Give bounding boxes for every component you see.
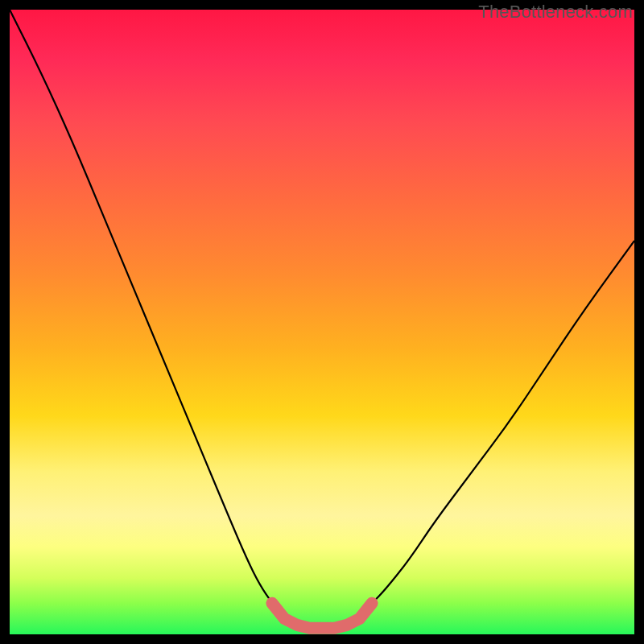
chart-frame: TheBottleneck.com — [0, 0, 644, 644]
trough-highlight — [272, 603, 372, 628]
watermark-text: TheBottleneck.com — [478, 2, 633, 23]
chart-svg — [10, 10, 634, 634]
curve-group — [10, 10, 634, 628]
curve-left — [10, 10, 297, 621]
curve-right — [347, 241, 634, 621]
chart-plot-area — [10, 10, 634, 634]
